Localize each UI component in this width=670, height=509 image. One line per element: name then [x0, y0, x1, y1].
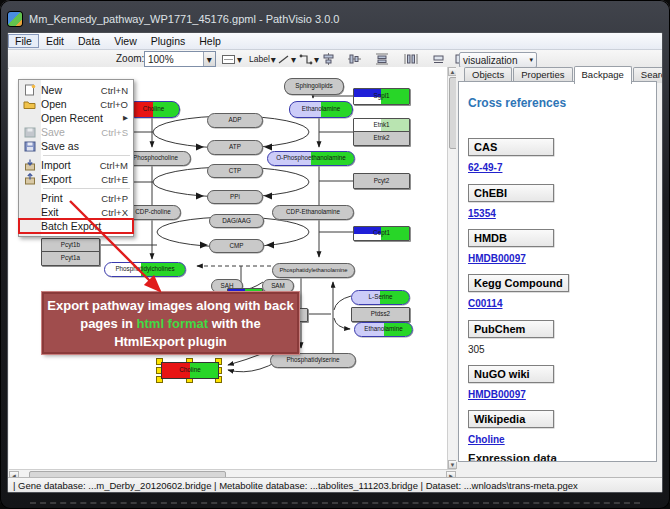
- align-center-vertical-button[interactable]: [347, 52, 362, 66]
- zoom-input[interactable]: [145, 52, 203, 66]
- menu-bar: File Edit Data View Plugins Help: [8, 33, 662, 50]
- menu-view[interactable]: View: [107, 34, 144, 48]
- xref-section-cas: CAS 62-49-7: [468, 137, 554, 173]
- menu-edit[interactable]: Edit: [39, 34, 71, 48]
- node-ppi[interactable]: PPi: [207, 190, 263, 204]
- align-center-horizontal-button[interactable]: [321, 52, 336, 66]
- node-choline-selected-label[interactable]: Choline: [161, 362, 219, 379]
- blank-icon: [22, 206, 37, 218]
- annotation-callout: Export pathway images along with back pa…: [42, 292, 299, 354]
- node-adp[interactable]: ADP: [207, 113, 263, 128]
- xref-link[interactable]: C00114: [468, 298, 569, 309]
- status-bar: | Gene database: ...m_Derby_20120602.bri…: [8, 477, 662, 492]
- callout-line1: Export pathway images along with back: [44, 297, 297, 315]
- node-ptdss2[interactable]: Ptdss2: [351, 307, 410, 322]
- node-ethanolamine[interactable]: Ethanolamine: [289, 101, 353, 118]
- node-cmp[interactable]: CMP: [209, 239, 264, 253]
- menu-item-open-recent[interactable]: Open Recent ▶: [19, 111, 133, 125]
- node-cept1[interactable]: Cept1: [353, 226, 410, 241]
- node-choline[interactable]: Choline: [127, 101, 180, 118]
- xref-link[interactable]: HMDB00097: [468, 253, 554, 264]
- node-o-phosphoethanolamine[interactable]: O-Phosphoethanolamine: [267, 151, 355, 166]
- line-tool-button[interactable]: ▾: [276, 52, 297, 66]
- distribute-horizontal-icon: [404, 53, 418, 65]
- node-phosphatidylserine[interactable]: Phosphatidylserine: [270, 353, 356, 368]
- datanode-icon: [221, 54, 236, 65]
- menu-help[interactable]: Help: [192, 34, 228, 48]
- menu-item-batch-export[interactable]: Batch Export: [19, 219, 133, 233]
- node-pcyt2[interactable]: Pcyt2: [353, 173, 410, 189]
- file-menu-popup: NewCtrl+N OpenCtrl+O Open Recent ▶ SaveC…: [18, 79, 134, 237]
- node-dag-aag[interactable]: DAG/AAG: [209, 214, 264, 228]
- node-ctp[interactable]: CTP: [207, 164, 263, 178]
- menu-item-exit[interactable]: ExitCtrl+X: [19, 205, 133, 219]
- status-text: | Gene database: ...m_Derby_20120602.bri…: [13, 480, 578, 491]
- align-center-vertical-icon: [348, 53, 361, 65]
- node-etnk2[interactable]: Etnk2: [353, 131, 410, 146]
- node-ethanolamine-2[interactable]: Ethanolamine: [354, 322, 413, 337]
- node-pcyt1a[interactable]: Pcyt1a: [41, 251, 100, 266]
- xref-source-name: HMDB: [468, 229, 554, 247]
- xref-link[interactable]: HMDB00097: [468, 389, 554, 400]
- label-tool-button[interactable]: Label ▾: [248, 52, 277, 66]
- menu-item-save[interactable]: SaveCtrl+S: [19, 125, 133, 139]
- menu-item-save-as[interactable]: Save as: [19, 139, 133, 153]
- visualization-value: visualization: [463, 55, 517, 66]
- node-l-serine[interactable]: L-Serine: [351, 290, 410, 305]
- xref-source-name: CAS: [468, 138, 554, 156]
- xref-link[interactable]: 15354: [468, 208, 554, 219]
- line-icon: [277, 54, 290, 65]
- menu-item-new[interactable]: NewCtrl+N: [19, 83, 133, 97]
- panel-tabs: Objects Properties Backpage Search Legen…: [464, 67, 663, 82]
- app-icon: [8, 12, 22, 26]
- node-choline-selected[interactable]: Choline: [156, 358, 222, 382]
- menu-file[interactable]: File: [8, 34, 39, 48]
- node-cdp-ethanolamine[interactable]: CDP-Ethanolamine: [272, 205, 354, 220]
- menu-data[interactable]: Data: [71, 34, 107, 48]
- menu-item-export[interactable]: ExportCtrl+E: [19, 172, 133, 186]
- node-phosphatidylethanolamine[interactable]: Phosphatidylethanolamine: [272, 263, 355, 278]
- node-sphingolipids[interactable]: Sphingolipids: [284, 78, 344, 95]
- xref-section-hmdb: HMDB HMDB00097: [468, 228, 554, 264]
- backpage-panel[interactable]: Cross references CAS 62-49-7 ChEBI 15354…: [458, 81, 657, 462]
- side-panel: Objects Properties Backpage Search Legen…: [456, 67, 662, 462]
- menu-item-open[interactable]: OpenCtrl+O: [19, 97, 133, 111]
- xref-section-wikipedia: Wikipedia Choline: [468, 409, 554, 445]
- zoom-label: Zoom:: [116, 53, 144, 64]
- chevron-down-icon: ▾: [237, 54, 242, 65]
- xref-source-name: Wikipedia: [468, 410, 554, 428]
- node-sam[interactable]: SAM: [262, 279, 294, 293]
- xref-source-name: NuGO wiki: [468, 365, 554, 383]
- node-atp[interactable]: ATP: [207, 140, 263, 155]
- menu-item-import[interactable]: ImportCtrl+M: [19, 158, 133, 172]
- xref-section-kegg: Kegg Compound C00114: [468, 273, 569, 309]
- menu-item-print[interactable]: PrintCtrl+P: [19, 191, 133, 205]
- chevron-down-icon[interactable]: ▾: [203, 52, 215, 66]
- xref-link[interactable]: Choline: [468, 434, 554, 445]
- distribute-vertical-icon: [375, 53, 389, 65]
- match-width-button[interactable]: [431, 52, 446, 66]
- connector-icon: [299, 54, 313, 65]
- zoom-combobox[interactable]: ▾: [144, 51, 216, 67]
- xref-source-name: ChEBI: [468, 184, 554, 202]
- client-area: File Edit Data View Plugins Help Zoom: ▾…: [7, 32, 663, 493]
- node-phosphatidylcholines[interactable]: Phosphatidylcholines: [104, 262, 186, 277]
- connector-tool-button[interactable]: ▾: [298, 52, 320, 66]
- menu-plugins[interactable]: Plugins: [144, 34, 192, 48]
- distribute-vertical-button[interactable]: [374, 52, 390, 66]
- align-center-horizontal-icon: [322, 53, 335, 65]
- export-icon: [22, 173, 37, 185]
- datanode-tool-button[interactable]: ▾: [220, 52, 243, 66]
- tab-backpage[interactable]: Backpage: [574, 66, 632, 84]
- submenu-arrow-icon: ▶: [123, 114, 128, 122]
- distribute-horizontal-button[interactable]: [403, 52, 419, 66]
- node-sgpl1[interactable]: Sgpl1: [353, 88, 410, 105]
- xref-link[interactable]: 62-49-7: [468, 162, 554, 173]
- save-icon: [22, 126, 37, 138]
- visualization-select[interactable]: visualization ▾: [459, 52, 537, 68]
- chevron-down-icon: ▾: [291, 54, 296, 65]
- match-width-icon: [432, 53, 445, 65]
- chevron-down-icon: ▾: [529, 56, 533, 64]
- title-bar[interactable]: Mm_Kennedy_pathway_WP1771_45176.gpml - P…: [8, 7, 662, 31]
- xref-source-name: Kegg Compound: [468, 274, 569, 292]
